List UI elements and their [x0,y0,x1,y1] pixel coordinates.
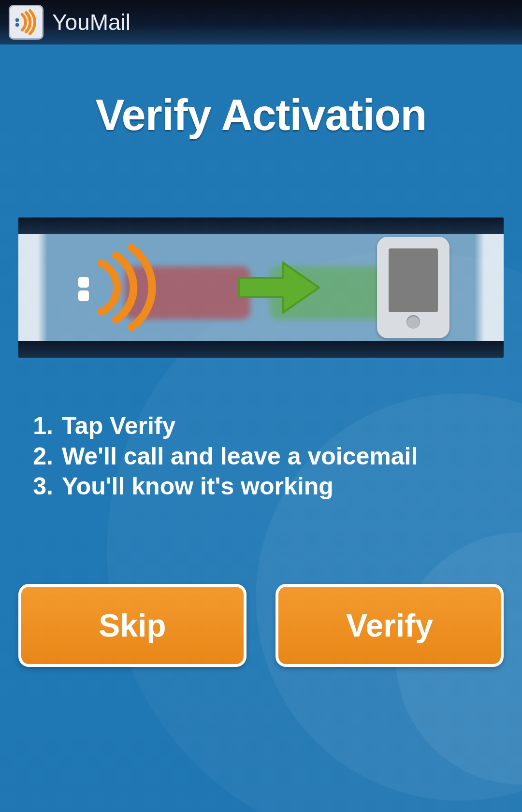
signal-icon [72,239,179,336]
instruction-list: 1. Tap Verify 2. We'll call and leave a … [29,411,493,502]
step-number: 3. [29,471,53,502]
step-text: Tap Verify [62,411,175,441]
step-number: 2. [29,441,53,472]
instruction-step: 3. You'll know it's working [29,471,493,502]
verify-button[interactable]: Verify [276,584,504,667]
instruction-step: 1. Tap Verify [29,411,493,441]
arrow-right-icon [230,254,326,321]
skip-button[interactable]: Skip [18,584,246,667]
svg-rect-0 [15,18,19,22]
svg-rect-3 [78,290,89,301]
instruction-step: 2. We'll call and leave a voicemail [29,441,493,472]
main-content: Verify Activation 1. Tap Verify [0,44,522,812]
button-row: Skip Verify [18,584,504,667]
page-title: Verify Activation [0,90,522,140]
phone-icon [377,237,450,338]
illustration-banner [18,218,504,358]
step-number: 1. [29,411,53,441]
svg-rect-2 [78,277,89,288]
step-text: We'll call and leave a voicemail [62,441,418,472]
app-icon [9,5,44,40]
app-title: YouMail [52,9,130,35]
action-bar: YouMail [0,0,522,44]
svg-rect-1 [15,23,19,27]
step-text: You'll know it's working [62,471,334,502]
youmail-logo-icon [13,9,40,36]
